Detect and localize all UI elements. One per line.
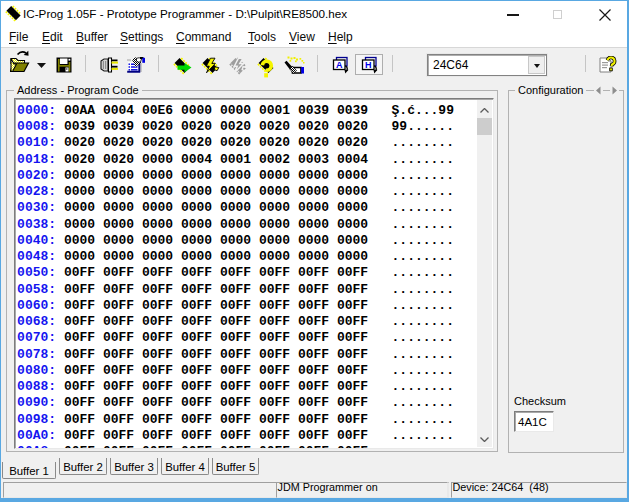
svg-text:H: H <box>365 60 372 70</box>
svg-text:A: A <box>336 60 343 70</box>
